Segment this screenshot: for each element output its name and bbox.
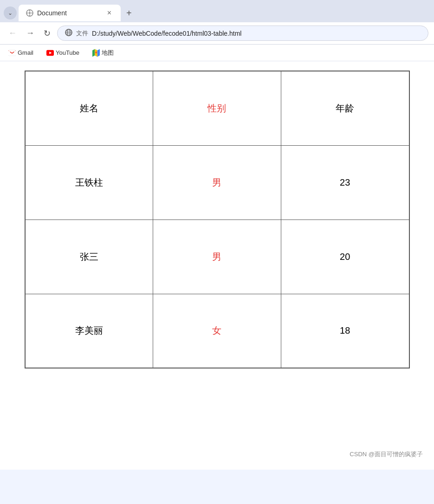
address-bar-row: ← → ↻ 文件 D:/study/Web/WebCode/fecode01/h… — [0, 22, 434, 45]
tab-dropdown-button[interactable]: ⌄ — [4, 6, 17, 19]
youtube-label: YouTube — [56, 49, 79, 56]
header-name: 姓名 — [25, 71, 153, 145]
svg-rect-12 — [8, 51, 10, 55]
file-label: 文件 — [76, 29, 88, 38]
watermark: CSDN @面目可憎的疯婆子 — [350, 450, 423, 459]
table-row: 张三 男 20 — [25, 220, 409, 294]
cell-name-3: 李美丽 — [25, 294, 153, 368]
globe-icon — [65, 29, 72, 38]
tab-close-button[interactable]: × — [105, 8, 113, 18]
new-tab-button[interactable]: + — [123, 8, 136, 19]
svg-marker-19 — [97, 49, 100, 57]
tab-bar: ⌄ Document × + — [0, 0, 434, 22]
tab-title: Document — [37, 9, 67, 17]
gmail-icon — [8, 49, 16, 57]
active-tab[interactable]: Document × — [19, 5, 121, 21]
bookmark-gmail[interactable]: Gmail — [6, 48, 36, 58]
bookmark-maps[interactable]: 地图 — [90, 48, 117, 58]
svg-point-1 — [29, 12, 31, 14]
table-row: 李美丽 女 18 — [25, 294, 409, 368]
tab-favicon-icon — [26, 9, 33, 17]
forward-button[interactable]: → — [23, 26, 37, 40]
youtube-icon — [46, 49, 54, 57]
data-table: 姓名 性别 年龄 王铁柱 男 23 张三 男 20 李美丽 女 18 — [25, 71, 410, 368]
maps-label: 地图 — [102, 49, 114, 57]
cell-name-1: 王铁柱 — [25, 145, 153, 220]
cell-age-1: 23 — [281, 145, 409, 220]
table-header-row: 姓名 性别 年龄 — [25, 71, 409, 145]
svg-marker-17 — [92, 49, 95, 57]
cell-name-2: 张三 — [25, 220, 153, 294]
gmail-label: Gmail — [18, 49, 33, 56]
cell-age-3: 18 — [281, 294, 409, 368]
svg-rect-13 — [14, 51, 16, 55]
header-gender: 性别 — [153, 71, 281, 145]
reload-button[interactable]: ↻ — [41, 26, 53, 40]
page-content: 姓名 性别 年龄 王铁柱 男 23 张三 男 20 李美丽 女 18 CSDN … — [0, 61, 434, 470]
bookmarks-bar: Gmail YouTube 地 — [0, 45, 434, 61]
browser-chrome: ⌄ Document × + ← → ↻ — [0, 0, 434, 61]
cell-gender-2: 男 — [153, 220, 281, 294]
back-button[interactable]: ← — [6, 26, 19, 40]
cell-gender-3: 女 — [153, 294, 281, 368]
address-bar[interactable]: 文件 D:/study/Web/WebCode/fecode01/html03-… — [57, 26, 428, 41]
svg-point-20 — [95, 52, 97, 53]
bookmark-youtube[interactable]: YouTube — [44, 48, 82, 58]
header-age: 年龄 — [281, 71, 409, 145]
url-text: D:/study/Web/WebCode/fecode01/html03-tab… — [92, 30, 241, 37]
cell-age-2: 20 — [281, 220, 409, 294]
maps-icon — [92, 49, 100, 57]
table-row: 王铁柱 男 23 — [25, 145, 409, 220]
cell-gender-1: 男 — [153, 145, 281, 220]
